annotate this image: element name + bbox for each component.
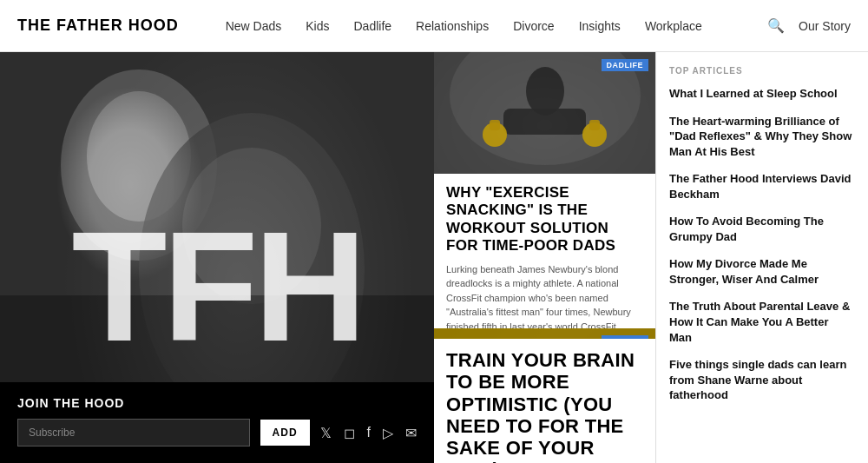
featured-excerpt: Lurking beneath James Newbury's blond dr… [446, 262, 643, 334]
nav-divorce[interactable]: Divorce [501, 19, 566, 33]
top-article-2[interactable]: The Heart-warming Brilliance of "Dad Ref… [669, 114, 854, 160]
top-article-3[interactable]: The Father Hood Interviews David Beckham [669, 171, 854, 202]
join-row: ADD 𝕏 ◻ f ▷ ✉ [17, 419, 417, 446]
left-panel: TFH JOIN THE HOOD ADD 𝕏 ◻ f ▷ ✉ [0, 52, 434, 463]
top-article-7[interactable]: Five things single dads can learn from S… [669, 357, 854, 403]
email-icon[interactable]: ✉ [405, 425, 417, 441]
nav-kids[interactable]: Kids [293, 19, 341, 33]
youtube-icon[interactable]: ▷ [383, 425, 393, 441]
nav-insights[interactable]: Insights [567, 19, 633, 33]
site-logo[interactable]: THE FATHER HOOD [0, 17, 196, 35]
center-panel: DADLIFE WHY "EXERCISE SNACKING" IS THE W… [434, 52, 655, 463]
nav-relationships[interactable]: Relationships [404, 19, 501, 33]
nav-new-dads[interactable]: New Dads [214, 19, 294, 33]
top-article-1[interactable]: What I Learned at Sleep School [669, 86, 854, 102]
nav-dadlife[interactable]: Dadlife [342, 19, 404, 33]
featured-title[interactable]: WHY "EXERCISE SNACKING" IS THE WORKOUT S… [446, 184, 643, 255]
add-button[interactable]: ADD [260, 420, 310, 446]
our-story-link[interactable]: Our Story [799, 19, 851, 33]
join-title: JOIN THE HOOD [17, 396, 417, 410]
top-article-5[interactable]: How My Divorce Made Me Stronger, Wiser A… [669, 256, 854, 287]
search-icon[interactable]: 🔍 [767, 17, 785, 34]
second-article-title[interactable]: TRAIN YOUR BRAIN TO BE MORE OPTIMISTIC (… [446, 349, 643, 463]
svg-point-8 [526, 67, 564, 116]
hero-image: TFH [0, 52, 434, 382]
nav-workplace[interactable]: Workplace [633, 19, 714, 33]
social-icons: 𝕏 ◻ f ▷ ✉ [320, 425, 417, 441]
dadlife-badge: DADLIFE [602, 59, 649, 71]
center-content: WHY "EXERCISE SNACKING" IS THE WORKOUT S… [434, 174, 655, 344]
facebook-icon[interactable]: f [367, 425, 371, 440]
panel-divider [655, 52, 656, 463]
svg-rect-13 [589, 120, 600, 130]
join-section: JOIN THE HOOD ADD 𝕏 ◻ f ▷ ✉ [0, 382, 434, 463]
header-right: 🔍 Our Story [767, 17, 868, 34]
top-article-4[interactable]: How To Avoid Becoming The Grumpy Dad [669, 214, 854, 244]
subscribe-input[interactable] [17, 419, 250, 446]
svg-point-4 [182, 148, 321, 304]
svg-rect-9 [503, 109, 586, 135]
featured-image: DADLIFE [434, 52, 655, 174]
header: THE FATHER HOOD New Dads Kids Dadlife Re… [0, 0, 868, 52]
svg-rect-12 [490, 120, 500, 130]
right-panel: TOP ARTICLES What I Learned at Sleep Sch… [655, 52, 868, 463]
svg-rect-5 [0, 295, 434, 382]
instagram-icon[interactable]: ◻ [344, 425, 355, 441]
top-articles-label: TOP ARTICLES [669, 66, 854, 76]
main-nav: New Dads Kids Dadlife Relationships Divo… [196, 19, 767, 33]
top-article-6[interactable]: The Truth About Parental Leave & How It … [669, 299, 854, 345]
twitter-icon[interactable]: 𝕏 [320, 425, 332, 441]
